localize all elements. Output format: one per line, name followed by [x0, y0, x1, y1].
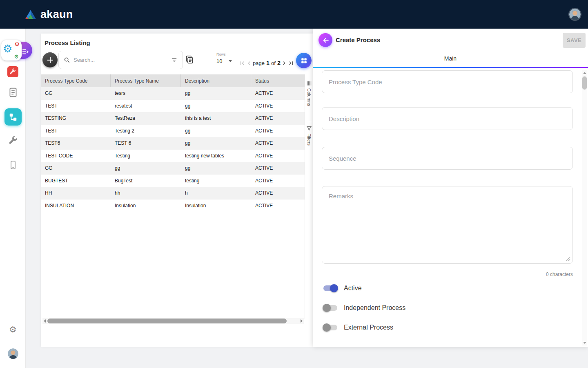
cell-name: hh: [111, 190, 181, 196]
table-row[interactable]: TEST CODE Testing testing new tables ACT…: [41, 150, 305, 162]
cell-status: ACTIVE: [251, 153, 305, 159]
active-toggle-row: Active: [323, 283, 362, 293]
remarks-textarea[interactable]: [322, 186, 572, 263]
columns-strip-button[interactable]: Columns: [305, 81, 313, 106]
cell-code: TEST: [41, 128, 111, 134]
prev-page-button[interactable]: [247, 61, 252, 66]
cell-name: Insulation: [111, 203, 181, 209]
table-row[interactable]: GG gg gg ACTIVE: [41, 162, 305, 175]
sidebar-item-device[interactable]: [0, 159, 26, 171]
filter-icon: [307, 126, 312, 131]
table-row[interactable]: INSULATION Insulation Insulation ACTIVE: [41, 200, 305, 212]
left-sidebar: ⚙ ⚙ ⚙: [0, 29, 26, 368]
app-switcher-button[interactable]: ⚙ ⚙ ⚙: [1, 40, 33, 61]
process-type-code-input[interactable]: [322, 79, 572, 85]
sidebar-item-process[interactable]: [0, 108, 26, 126]
mobile-device-icon: [8, 159, 18, 171]
document-icon: [8, 87, 18, 98]
horizontal-scroll-thumb[interactable]: [47, 319, 287, 323]
cell-description: testing new tables: [181, 153, 251, 159]
external-process-toggle[interactable]: [323, 325, 337, 330]
table-row[interactable]: TESTING TestReza this is a test ACTIVE: [41, 112, 305, 125]
vertical-scrollbar[interactable]: [582, 70, 587, 346]
independent-process-toggle[interactable]: [323, 305, 337, 311]
cell-description: this is a test: [181, 115, 251, 121]
copy-icon: [185, 55, 194, 65]
scroll-right-arrow-icon[interactable]: [301, 319, 303, 323]
cell-status: ACTIVE: [251, 115, 305, 121]
cell-name: Testing: [111, 153, 181, 159]
next-page-button[interactable]: [281, 61, 287, 66]
gear-icon: ⚙: [9, 325, 17, 334]
expand-menu-icon[interactable]: [22, 48, 29, 55]
rows-label: Rows: [216, 52, 240, 56]
columns-label: Columns: [307, 88, 312, 106]
table-row[interactable]: GG tesrs gg ACTIVE: [41, 87, 305, 100]
sidebar-item-maintenance[interactable]: [0, 135, 26, 145]
sidebar-user-avatar[interactable]: [0, 348, 26, 359]
table-row[interactable]: TEST6 TEST 6 gg ACTIVE: [41, 137, 305, 150]
table-row[interactable]: BUGTEST BugTest testing ACTIVE: [41, 175, 305, 187]
panel-title: Process Listing: [45, 39, 90, 46]
arrow-back-icon: [322, 36, 330, 44]
toggle-label: Active: [344, 285, 362, 292]
header-status[interactable]: Status: [251, 74, 305, 87]
last-page-button[interactable]: [288, 60, 294, 66]
back-button[interactable]: [318, 33, 332, 47]
user-avatar[interactable]: [568, 8, 581, 21]
page-total: 2: [277, 60, 281, 66]
scroll-up-arrow-icon[interactable]: [583, 72, 586, 74]
tab-main[interactable]: Main: [313, 55, 588, 62]
panel-title: Create Process: [336, 36, 380, 43]
filter-list-icon[interactable]: [171, 56, 178, 63]
filters-strip-button[interactable]: Filters: [305, 126, 313, 146]
scroll-left-arrow-icon[interactable]: [44, 319, 46, 323]
columns-icon: [307, 81, 312, 86]
table-row[interactable]: HH hh h ACTIVE: [41, 187, 305, 200]
cell-description: gg: [181, 90, 251, 96]
search-input[interactable]: [74, 57, 167, 63]
sequence-input[interactable]: [322, 155, 572, 162]
red-tool-icon: [7, 66, 18, 77]
add-process-button[interactable]: [42, 52, 58, 67]
header-process-type-name[interactable]: Process Type Name: [111, 74, 181, 87]
resize-handle-icon[interactable]: [566, 257, 570, 261]
active-toggle[interactable]: [323, 285, 337, 291]
table-row[interactable]: TEST Testing 2 gg ACTIVE: [41, 125, 305, 137]
table-header-row: Process Type Code Process Type Name Desc…: [41, 74, 305, 87]
vertical-scroll-thumb[interactable]: [582, 76, 587, 90]
process-app-icon: [4, 108, 22, 126]
sidebar-item-documents[interactable]: [0, 87, 26, 98]
cell-name: Testing 2: [111, 128, 181, 134]
horizontal-scrollbar[interactable]: [42, 318, 304, 324]
top-navbar: akaun: [0, 0, 588, 29]
grid-view-button[interactable]: [296, 53, 312, 68]
header-process-type-code[interactable]: Process Type Code: [41, 74, 111, 87]
cell-description: gg: [181, 140, 251, 146]
settings-app-icon[interactable]: ⚙ ⚙ ⚙: [1, 40, 22, 61]
cell-status: ACTIVE: [251, 103, 305, 109]
cell-name: resatest: [111, 103, 181, 109]
chevron-down-icon: [229, 60, 232, 62]
wrench-icon: [8, 135, 18, 145]
cell-description: gg: [181, 103, 251, 109]
cell-code: TESTING: [41, 115, 111, 121]
rows-per-page-select[interactable]: Rows 10: [216, 52, 240, 64]
process-table: Process Type Code Process Type Name Desc…: [41, 74, 305, 212]
avatar: [8, 348, 18, 359]
sidebar-item-settings[interactable]: ⚙: [0, 325, 26, 334]
first-page-button[interactable]: [239, 60, 245, 66]
scroll-down-arrow-icon[interactable]: [583, 342, 586, 344]
header-description[interactable]: Description: [181, 74, 251, 87]
cell-code: GG: [41, 90, 111, 96]
brand[interactable]: akaun: [24, 8, 73, 21]
copy-list-button[interactable]: [185, 55, 194, 65]
app-root: akaun ⚙ ⚙ ⚙: [0, 0, 588, 368]
description-input[interactable]: [322, 115, 572, 122]
save-button[interactable]: SAVE: [563, 33, 586, 48]
table-row[interactable]: TEST resatest gg ACTIVE: [41, 100, 305, 112]
page-current: 1: [266, 60, 270, 66]
page-word: page: [253, 60, 265, 66]
sidebar-item-tools[interactable]: [0, 66, 26, 77]
filters-label: Filters: [307, 133, 312, 146]
